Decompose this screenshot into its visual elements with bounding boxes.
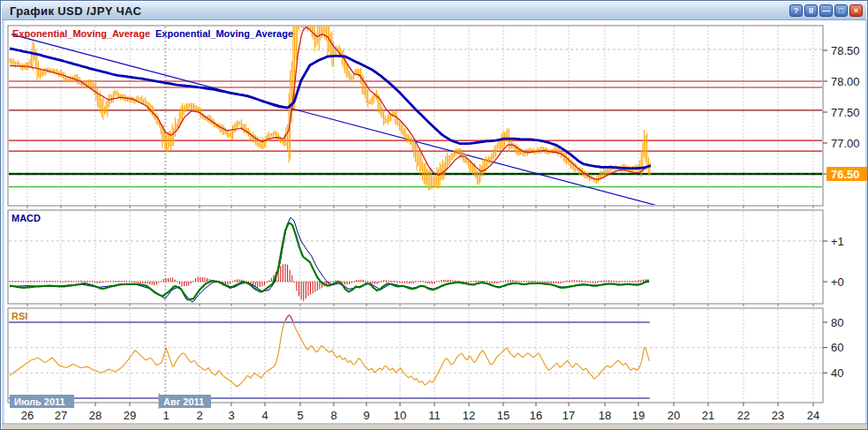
date-axis-label: 1: [162, 409, 169, 422]
date-axis-label: 17: [562, 409, 575, 422]
date-axis-label: 12: [463, 409, 475, 422]
chart-window: График USD /JPY ЧАС ?II—□× Exponential_M…: [0, 0, 868, 430]
rsi-ytick-label: 60: [831, 341, 843, 354]
date-axis-label: 23: [772, 409, 784, 422]
window-buttons: ?II—□×: [789, 4, 863, 17]
date-axis-label: 21: [702, 409, 714, 422]
date-axis-label: 3: [228, 409, 234, 422]
chart-canvas: Exponential_Moving_AverageExponential_Mo…: [1, 1, 868, 430]
date-axis-label: 20: [668, 409, 680, 422]
status-bar: [2, 425, 868, 430]
current-price-label: 76.50: [831, 168, 860, 181]
date-axis-label: 9: [363, 409, 369, 422]
macd-ytick-label: +0: [831, 275, 844, 289]
date-axis-label: 5: [297, 409, 303, 422]
date-axis-label: 10: [394, 409, 406, 422]
date-axis-label: 28: [89, 409, 102, 422]
window-title: График USD /JPY ЧАС: [10, 4, 141, 18]
help-button[interactable]: ?: [789, 4, 803, 17]
month-badge-label-0: Июль 2011: [14, 396, 65, 407]
minimize-button[interactable]: —: [819, 4, 833, 17]
date-axis-label: 11: [428, 409, 441, 422]
rsi-ytick-label: 40: [831, 366, 843, 380]
date-axis-label: 29: [124, 409, 136, 422]
date-axis-label: 16: [530, 409, 542, 422]
date-axis-label: 19: [632, 409, 645, 422]
date-axis-label: 26: [21, 409, 34, 422]
title-bar[interactable]: График USD /JPY ЧАС ?II—□×: [2, 2, 866, 20]
close-button[interactable]: ×: [849, 4, 863, 17]
date-axis-label: 24: [807, 409, 819, 422]
macd-label: MACD: [11, 213, 41, 223]
rsi-label: RSI: [11, 311, 27, 321]
date-axis-label: 2: [196, 409, 202, 422]
price-ytick-label: 77.50: [831, 106, 860, 119]
legend-item-1: Exponential_Moving_Average: [155, 28, 293, 39]
frame-left: [2, 20, 4, 424]
pause-button[interactable]: II: [804, 4, 818, 17]
maximize-button[interactable]: □: [834, 4, 848, 17]
date-axis-label: 18: [599, 409, 611, 422]
date-axis-label: 15: [497, 409, 509, 422]
macd-ytick-label: +1: [831, 235, 844, 248]
month-badge-label-1: Авг 2011: [163, 396, 204, 407]
date-axis-label: 22: [737, 409, 750, 422]
rsi-ytick-label: 80: [831, 316, 843, 329]
date-axis-label: 4: [261, 409, 268, 422]
price-ytick-label: 78.00: [831, 75, 860, 88]
price-ytick-label: 78.50: [831, 44, 860, 57]
legend-item-0: Exponential_Moving_Average: [12, 28, 150, 39]
date-axis-label: 8: [330, 409, 336, 422]
price-ytick-label: 77.00: [831, 137, 860, 150]
date-axis-label: 27: [55, 409, 67, 422]
